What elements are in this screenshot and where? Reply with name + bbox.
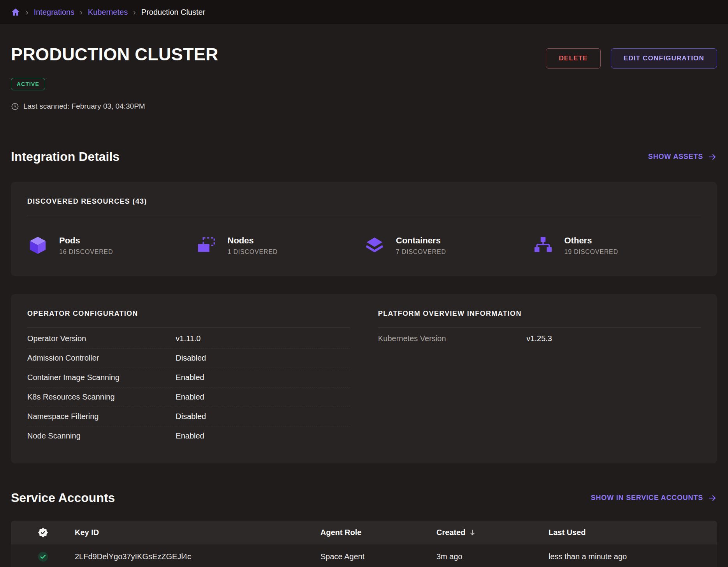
config-label: Admission Controller [27,354,176,363]
arrow-right-icon [708,493,717,503]
platform-overview-title: PLATFORM OVERVIEW INFORMATION [378,310,701,318]
page-content: PRODUCTION CLUSTER DELETE EDIT CONFIGURA… [0,44,728,567]
resource-text: Pods 16 DISCOVERED [59,236,113,255]
configuration-card: OPERATOR CONFIGURATION Operator Version … [11,294,717,463]
integration-details-title: Integration Details [11,150,120,164]
others-icon [533,235,554,256]
page-title: PRODUCTION CLUSTER [11,44,218,65]
config-row: Node Scanning Enabled [27,426,350,446]
config-label: Operator Version [27,334,176,343]
integration-details-header: Integration Details SHOW ASSETS [11,150,717,164]
config-value: Enabled [176,431,350,440]
status-badge: ACTIVE [11,78,45,90]
resource-name: Nodes [228,236,278,246]
config-row: Container Image Scanning Enabled [27,368,350,387]
resource-count: 7 DISCOVERED [396,248,446,255]
resource-text: Others 19 DISCOVERED [564,236,618,255]
config-value: v1.11.0 [176,334,350,343]
table-header-row: Key ID Agent Role Created Last Used [11,521,717,544]
breadcrumb-current: Production Cluster [141,8,206,17]
resource-others: Others 19 DISCOVERED [533,235,701,256]
operator-configuration: OPERATOR CONFIGURATION Operator Version … [27,310,350,446]
arrow-right-icon [708,152,717,162]
nodes-icon [196,235,217,256]
divider [27,327,350,328]
breadcrumb-separator: › [80,8,83,17]
last-scanned-row: Last scanned: February 03, 04:30PM [11,102,717,111]
config-value: Disabled [176,412,350,421]
operator-configuration-rows: Operator Version v1.11.0 Admission Contr… [27,329,350,446]
config-value: v1.25.3 [526,334,701,343]
config-label: Namespace Filtering [27,412,176,421]
table-header-last-used: Last Used [549,528,717,537]
config-label: Kubernetes Version [378,334,526,343]
resource-text: Containers 7 DISCOVERED [396,236,446,255]
config-row: Admission Controller Disabled [27,349,350,368]
breadcrumb-link-integrations[interactable]: Integrations [34,8,75,17]
resource-name: Others [564,236,618,246]
resource-count: 19 DISCOVERED [564,248,618,255]
config-label: Node Scanning [27,431,176,440]
config-row: K8s Resources Scanning Enabled [27,387,350,407]
cell-last-used: less than a minute ago [549,552,717,561]
platform-overview: PLATFORM OVERVIEW INFORMATION Kubernetes… [378,310,701,348]
service-accounts-title: Service Accounts [11,491,115,505]
table-header-key-id: Key ID [75,528,320,537]
breadcrumb-link-kubernetes[interactable]: Kubernetes [88,8,128,17]
show-in-service-accounts-link[interactable]: SHOW IN SERVICE ACCOUNTS [591,493,717,503]
service-accounts-table: Key ID Agent Role Created Last Used 2LFd [11,521,717,567]
operator-configuration-title: OPERATOR CONFIGURATION [27,310,350,318]
divider [27,215,701,215]
resource-name: Pods [59,236,113,246]
pods-icon [27,235,48,256]
breadcrumb-separator: › [133,8,136,17]
check-circle-icon [37,551,49,562]
resource-nodes: Nodes 1 DISCOVERED [196,235,364,256]
breadcrumb-separator: › [26,8,28,17]
divider [378,327,701,328]
resource-text: Nodes 1 DISCOVERED [228,236,278,255]
table-row[interactable]: 2LFd9DelYgo37yIKGsEzZGEJl4c Space Agent … [11,544,717,567]
show-assets-link[interactable]: SHOW ASSETS [648,152,717,162]
discovered-resources-card: DISCOVERED RESOURCES (43) Pods 16 DISCOV… [11,182,717,276]
page-header: PRODUCTION CLUSTER DELETE EDIT CONFIGURA… [11,44,717,69]
row-status-cell [11,551,75,562]
sort-descending-icon [469,529,476,536]
home-icon[interactable] [11,7,20,17]
table-header-created-label: Created [436,528,465,537]
last-scanned-text: Last scanned: February 03, 04:30PM [23,102,145,111]
badge-column-header [11,527,75,538]
config-value: Enabled [176,393,350,401]
badge-icon [38,527,48,538]
config-row: Kubernetes Version v1.25.3 [378,329,701,348]
service-accounts-header: Service Accounts SHOW IN SERVICE ACCOUNT… [11,491,717,505]
resource-containers: Containers 7 DISCOVERED [364,235,533,256]
cell-agent-role: Space Agent [320,552,436,561]
header-buttons: DELETE EDIT CONFIGURATION [546,48,717,69]
resource-count: 1 DISCOVERED [228,248,278,255]
delete-button[interactable]: DELETE [546,48,600,69]
config-label: K8s Resources Scanning [27,393,176,401]
containers-icon [364,235,385,256]
breadcrumb: › Integrations › Kubernetes › Production… [0,0,728,24]
cell-key-id: 2LFd9DelYgo37yIKGsEzZGEJl4c [75,552,320,561]
clock-icon [11,102,19,111]
config-row: Namespace Filtering Disabled [27,407,350,426]
resource-name: Containers [396,236,446,246]
resources-grid: Pods 16 DISCOVERED Nodes 1 DISCOVERED [27,235,701,256]
config-value: Disabled [176,354,350,363]
config-label: Container Image Scanning [27,373,176,382]
show-in-service-accounts-label: SHOW IN SERVICE ACCOUNTS [591,494,703,502]
config-value: Enabled [176,373,350,382]
resource-count: 16 DISCOVERED [59,248,113,255]
resource-pods: Pods 16 DISCOVERED [27,235,196,256]
cell-created: 3m ago [436,552,549,561]
edit-configuration-button[interactable]: EDIT CONFIGURATION [611,48,717,69]
platform-overview-rows: Kubernetes Version v1.25.3 [378,329,701,348]
table-header-created[interactable]: Created [436,528,549,537]
config-row: Operator Version v1.11.0 [27,329,350,349]
show-assets-label: SHOW ASSETS [648,153,703,161]
table-header-agent-role: Agent Role [320,528,436,537]
discovered-resources-title: DISCOVERED RESOURCES (43) [27,197,701,206]
